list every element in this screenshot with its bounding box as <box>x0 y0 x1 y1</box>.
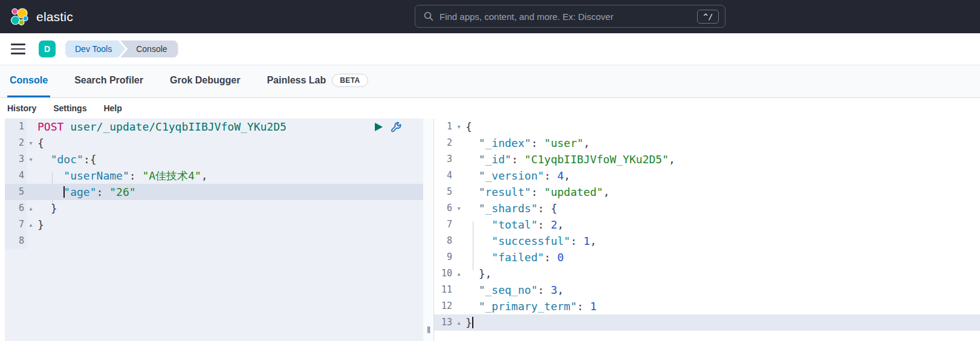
code-line[interactable]: 6▴ } <box>5 200 423 216</box>
line-number: 8 <box>5 233 27 249</box>
code-text[interactable]: "successful": 1, <box>463 233 980 249</box>
code-text[interactable]: "_primary_term": 1 <box>463 298 980 314</box>
request-editor[interactable]: 1POST user/_update/C1yqbIIBJVfoW_YKu2D52… <box>5 119 423 341</box>
code-line[interactable]: 8 "successful": 1, <box>434 233 980 249</box>
code-line[interactable]: 6▾ "_shards": { <box>434 200 980 216</box>
code-text[interactable]: } <box>35 216 423 233</box>
code-text[interactable]: }, <box>463 265 980 282</box>
fold-spacer <box>455 184 463 200</box>
code-text[interactable]: } <box>463 314 980 331</box>
code-line[interactable]: 7▴} <box>5 216 423 233</box>
settings-menu-item[interactable]: Settings <box>53 103 86 113</box>
fold-spacer <box>455 298 463 314</box>
tab-grok-debugger[interactable]: Grok Debugger <box>167 65 242 97</box>
code-line[interactable]: 4 "userName": "A佳技术4", <box>5 167 423 184</box>
fold-toggle-icon[interactable]: ▴ <box>455 314 463 331</box>
console-split-view: 1POST user/_update/C1yqbIIBJVfoW_YKu2D52… <box>0 119 980 341</box>
breadcrumb-bar: D Dev Tools Console <box>0 33 980 65</box>
console-menu: History Settings Help <box>0 98 980 119</box>
code-line[interactable]: 12 "_primary_term": 1 <box>434 298 980 314</box>
code-text[interactable]: "total": 2, <box>463 216 980 233</box>
code-text[interactable]: { <box>35 135 423 151</box>
tab-painless-lab-label: Painless Lab <box>267 75 326 86</box>
code-text[interactable]: "doc":{ <box>35 151 423 167</box>
code-text[interactable]: POST user/_update/C1yqbIIBJVfoW_YKu2D5 <box>35 119 423 135</box>
play-icon <box>374 122 383 132</box>
panel-resizer[interactable]: ‖ <box>423 322 435 338</box>
code-text[interactable]: } <box>35 200 423 216</box>
fold-toggle-icon[interactable]: ▴ <box>455 265 463 282</box>
line-number: 7 <box>5 216 27 233</box>
history-menu-item[interactable]: History <box>7 103 36 113</box>
code-line[interactable]: 13▴} <box>434 314 980 331</box>
keyboard-shortcut-hint: ^/ <box>697 10 719 24</box>
fold-spacer <box>455 216 463 233</box>
line-number: 1 <box>434 119 455 135</box>
code-line[interactable]: 4 "_version": 4, <box>434 167 980 184</box>
tab-console[interactable]: Console <box>7 65 50 97</box>
code-text[interactable]: "_seq_no": 3, <box>463 282 980 298</box>
request-actions <box>372 121 401 133</box>
help-menu-item[interactable]: Help <box>103 103 122 113</box>
line-number: 4 <box>5 167 27 184</box>
elastic-logo-icon <box>10 7 29 27</box>
wrench-icon <box>390 122 401 133</box>
line-number: 4 <box>434 167 455 184</box>
code-text[interactable]: "_id": "C1yqbIIBJVfoW_YKu2D5", <box>463 151 980 167</box>
send-request-button[interactable] <box>372 121 385 133</box>
code-line[interactable]: 5 "result": "updated", <box>434 184 980 200</box>
fold-toggle-icon[interactable]: ▴ <box>27 200 35 216</box>
fold-spacer <box>455 151 463 167</box>
response-editor[interactable]: 1▾{2 "_index": "user",3 "_id": "C1yqbIIB… <box>434 119 980 341</box>
code-text[interactable]: { <box>463 119 980 135</box>
fold-toggle-icon[interactable]: ▾ <box>455 200 463 216</box>
code-line[interactable]: 8 <box>5 233 423 249</box>
elastic-wordmark: elastic <box>36 10 73 24</box>
fold-spacer <box>27 233 35 249</box>
menu-icon[interactable] <box>11 44 25 54</box>
code-line[interactable]: 1▾{ <box>434 119 980 135</box>
request-options-button[interactable] <box>389 121 401 133</box>
fold-toggle-icon[interactable]: ▾ <box>27 151 35 167</box>
fold-spacer <box>455 135 463 151</box>
code-text[interactable]: "_index": "user", <box>463 135 980 151</box>
line-number: 13 <box>434 314 455 331</box>
text-cursor <box>63 186 65 198</box>
code-line[interactable]: 7 "total": 2, <box>434 216 980 233</box>
code-text[interactable]: "userName": "A佳技术4", <box>35 167 423 184</box>
line-number: 8 <box>434 233 455 249</box>
search-placeholder: Find apps, content, and more. Ex: Discov… <box>440 11 697 22</box>
line-number: 10 <box>434 265 455 282</box>
code-text[interactable]: "failed": 0 <box>463 249 980 265</box>
line-number: 5 <box>434 184 455 200</box>
fold-toggle-icon[interactable]: ▾ <box>455 119 463 135</box>
code-line[interactable]: 11 "_seq_no": 3, <box>434 282 980 298</box>
code-line[interactable]: 1POST user/_update/C1yqbIIBJVfoW_YKu2D5 <box>5 119 423 135</box>
line-number: 11 <box>434 282 455 298</box>
request-editor-scroll-track[interactable] <box>423 119 434 341</box>
code-line[interactable]: 9 "failed": 0 <box>434 249 980 265</box>
line-number: 6 <box>434 200 455 216</box>
code-line[interactable]: 3 "_id": "C1yqbIIBJVfoW_YKu2D5", <box>434 151 980 167</box>
line-number: 7 <box>434 216 455 233</box>
code-text[interactable]: "result": "updated", <box>463 184 980 200</box>
tab-painless-lab[interactable]: Painless Lab BETA <box>264 65 370 97</box>
fold-toggle-icon[interactable]: ▴ <box>27 216 35 233</box>
code-line[interactable]: 5 "age": "26" <box>5 184 423 200</box>
code-line[interactable]: 10▴ }, <box>434 265 980 282</box>
elastic-home-link[interactable]: elastic <box>0 7 73 27</box>
code-line[interactable]: 2 "_index": "user", <box>434 135 980 151</box>
breadcrumb-console[interactable]: Console <box>120 41 178 57</box>
fold-toggle-icon[interactable]: ▾ <box>27 135 35 151</box>
code-text[interactable] <box>35 233 423 249</box>
code-line[interactable]: 3▾ "doc":{ <box>5 151 423 167</box>
code-text[interactable]: "_shards": { <box>463 200 980 216</box>
code-line[interactable]: 2▾{ <box>5 135 423 151</box>
global-search-input[interactable]: Find apps, content, and more. Ex: Discov… <box>415 5 725 28</box>
breadcrumb-dev-tools[interactable]: Dev Tools <box>65 41 125 57</box>
tab-search-profiler[interactable]: Search Profiler <box>72 65 146 97</box>
code-text[interactable]: "age": "26" <box>35 184 423 200</box>
code-text[interactable]: "_version": 4, <box>463 167 980 184</box>
fold-spacer <box>455 167 463 184</box>
avatar[interactable]: D <box>39 41 56 57</box>
